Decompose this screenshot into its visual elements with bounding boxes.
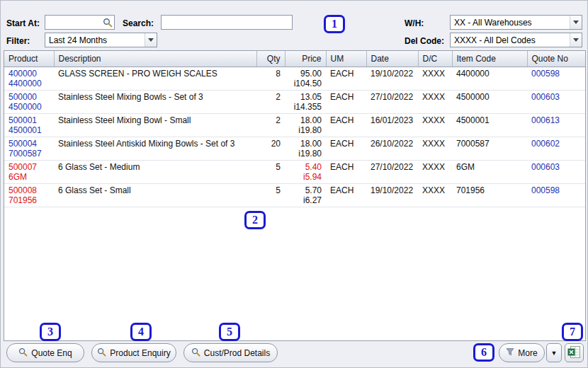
um-cell: EACH [326, 113, 366, 137]
qty-cell: 5 [256, 183, 285, 207]
date-cell: 16/01/2023 [366, 113, 418, 137]
quote-no-cell[interactable]: 000598 [527, 67, 585, 90]
quote-no-cell[interactable]: 000613 [527, 113, 585, 137]
description-cell: GLASS SCREEN - PRO WEIGH SCALES [54, 67, 256, 90]
filter-label: Filter: [6, 36, 30, 46]
annotation-badge-2: 2 [244, 211, 266, 229]
quote-enq-button[interactable]: Quote Enq [6, 343, 84, 362]
del-code-value: XXXX - All Del Codes [454, 35, 536, 45]
quote-no-cell[interactable]: 000602 [527, 137, 585, 160]
col-header-price[interactable]: Price [285, 51, 326, 67]
annotation-badge-3: 3 [40, 323, 61, 341]
dc-cell: XXXX [418, 90, 452, 113]
product-cell[interactable]: 4000004400000 [4, 67, 54, 90]
dc-cell: XXXX [418, 113, 452, 137]
item-code-cell: 6GM [452, 160, 527, 183]
date-cell: 27/10/2022 [366, 90, 418, 113]
col-header-qty[interactable]: Qty [256, 51, 285, 67]
table-row[interactable]: 5000014500001 Stainless Steel Mixing Bow… [4, 113, 585, 137]
del-code-dropdown[interactable]: XXXX - All Del Codes [450, 33, 582, 47]
col-header-product[interactable]: Product [4, 51, 54, 67]
dc-cell: XXXX [418, 67, 452, 90]
quote-no-cell[interactable]: 000598 [527, 183, 585, 207]
item-code-cell: 7000587 [452, 137, 527, 160]
grid-header: Product Description Qty Price UM Date D/… [4, 51, 585, 67]
product-cell[interactable]: 5000047000587 [4, 137, 54, 160]
table-row[interactable]: 5000004500000 Stainless Steel Mixing Bow… [4, 90, 585, 113]
table-row[interactable]: 4000004400000 GLASS SCREEN - PRO WEIGH S… [4, 67, 585, 90]
product-enquiry-label: Product Enquiry [110, 348, 170, 358]
qty-cell: 20 [256, 137, 285, 160]
date-cell: 27/10/2022 [366, 160, 418, 183]
search-icon[interactable] [101, 16, 114, 29]
product-cell[interactable]: 5000004500000 [4, 90, 54, 113]
dc-cell: XXXX [418, 183, 452, 207]
search-input[interactable] [162, 16, 292, 29]
qty-cell: 5 [256, 160, 285, 183]
um-cell: EACH [326, 67, 366, 90]
chevron-down-icon [145, 33, 157, 47]
results-grid: Product Description Qty Price UM Date D/… [4, 50, 586, 341]
table-row[interactable]: 500008701956 6 Glass Set - Small 5 5.70i… [4, 183, 585, 207]
cust-prod-details-button[interactable]: Cust/Prod Details [183, 343, 278, 362]
um-cell: EACH [326, 160, 366, 183]
col-header-date[interactable]: Date [366, 51, 418, 67]
quote-no-cell[interactable]: 000603 [527, 90, 585, 113]
search-icon [97, 347, 106, 359]
excel-icon [567, 345, 581, 361]
del-code-label: Del Code: [405, 36, 444, 46]
annotation-badge-5: 5 [219, 323, 240, 341]
price-cell: 13.05i14.355 [285, 90, 326, 113]
product-enquiry-button[interactable]: Product Enquiry [91, 343, 176, 362]
description-cell: Stainless Steel Mixing Bowl - Small [54, 113, 256, 137]
excel-export-button[interactable] [565, 343, 584, 362]
chevron-down-icon [570, 16, 582, 29]
start-at-input[interactable] [45, 16, 101, 29]
item-code-cell: 701956 [452, 183, 527, 207]
search-field[interactable] [161, 15, 293, 30]
product-cell[interactable]: 5000014500001 [4, 113, 54, 137]
description-cell: Stainless Steel Antiskid Mixing Bowls - … [54, 137, 256, 160]
warehouse-dropdown[interactable]: XX - All Warehouses [450, 15, 582, 30]
quote-no-cell[interactable]: 000603 [527, 160, 585, 183]
price-cell: 5.40i5.94 [285, 160, 326, 183]
price-cell: 18.00i19.80 [285, 137, 326, 160]
col-header-dc[interactable]: D/C [418, 51, 452, 67]
qty-cell: 8 [256, 67, 285, 90]
search-icon [191, 347, 200, 359]
date-cell: 26/10/2022 [366, 137, 418, 160]
dc-cell: XXXX [418, 160, 452, 183]
price-cell: 95.00i104.50 [285, 67, 326, 90]
description-cell: 6 Glass Set - Medium [54, 160, 256, 183]
col-header-quote-no[interactable]: Quote No [527, 51, 585, 67]
more-dropdown-button[interactable]: ▼ [546, 343, 562, 362]
item-code-cell: 4500000 [452, 90, 527, 113]
cust-prod-details-label: Cust/Prod Details [204, 348, 270, 358]
description-cell: 6 Glass Set - Small [54, 183, 256, 207]
col-header-description[interactable]: Description [54, 51, 256, 67]
product-cell[interactable]: 5000076GM [4, 160, 54, 183]
filter-dropdown[interactable]: Last 24 Months [45, 33, 157, 47]
more-button[interactable]: More [499, 343, 545, 362]
date-cell: 19/10/2022 [366, 67, 418, 90]
quote-enq-label: Quote Enq [31, 348, 72, 358]
price-cell: 5.70i6.27 [285, 183, 326, 207]
chevron-down-icon [570, 33, 582, 47]
col-header-item-code[interactable]: Item Code [452, 51, 527, 67]
more-label: More [518, 348, 537, 358]
um-cell: EACH [326, 137, 366, 160]
col-header-um[interactable]: UM [326, 51, 366, 67]
um-cell: EACH [326, 183, 366, 207]
warehouse-value: XX - All Warehouses [454, 18, 532, 28]
annotation-badge-4: 4 [130, 323, 152, 341]
table-row[interactable]: 5000047000587 Stainless Steel Antiskid M… [4, 137, 585, 160]
table-row[interactable]: 5000076GM 6 Glass Set - Medium 5 5.40i5.… [4, 160, 585, 183]
search-icon [18, 347, 28, 359]
product-cell[interactable]: 500008701956 [4, 183, 54, 207]
start-at-field[interactable] [45, 15, 115, 30]
chevron-down-icon: ▼ [551, 350, 558, 357]
date-cell: 19/10/2022 [366, 183, 418, 207]
search-label: Search: [123, 18, 154, 28]
qty-cell: 2 [256, 90, 285, 113]
annotation-badge-6: 6 [473, 343, 494, 362]
